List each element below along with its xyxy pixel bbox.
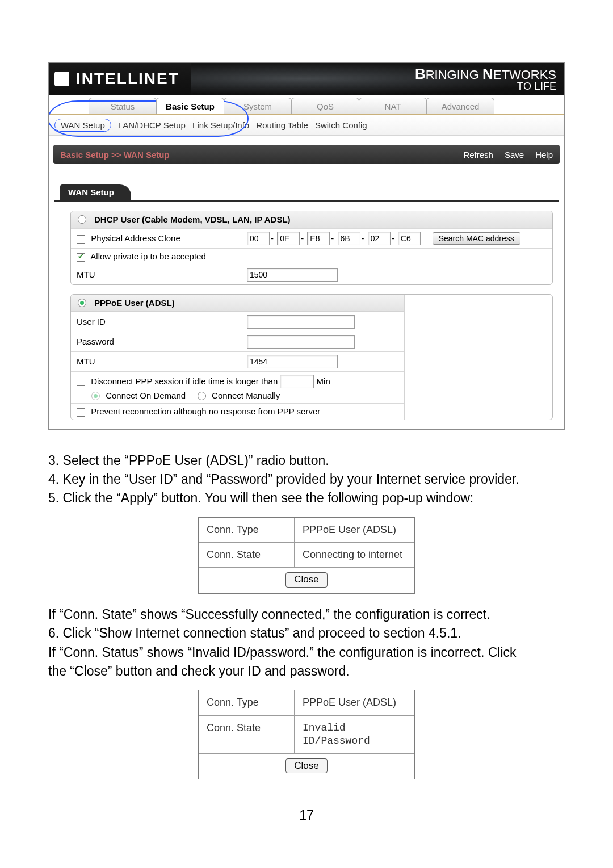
router-admin-screenshot: ✔ INTELLINET BRINGING NETWORKS TO LIFE S… bbox=[48, 62, 565, 430]
logo-check-icon: ✔ bbox=[54, 72, 69, 86]
popup1-connstate-value: Connecting to internet bbox=[295, 543, 414, 568]
popup-invalid: Conn. Type PPPoE User (ADSL) Conn. State… bbox=[198, 690, 415, 779]
dhcp-mtu-input[interactable] bbox=[247, 268, 338, 282]
tab-nat[interactable]: NAT bbox=[359, 98, 427, 114]
note-invalid-a: If “Conn. Status” shows “Invalid ID/pass… bbox=[48, 644, 565, 661]
subnav-routing[interactable]: Routing Table bbox=[256, 120, 308, 130]
connect-on-demand-label: Connect On Demand bbox=[106, 391, 186, 400]
tab-system[interactable]: System bbox=[224, 98, 292, 114]
popup2-connstate-value: Invalid ID/Password bbox=[295, 716, 414, 754]
pppoe-user-box: PPPoE User (ADSL) User ID Password MTU bbox=[70, 294, 553, 420]
disconnect-idle-unit: Min bbox=[317, 376, 330, 386]
pppoe-mtu-input[interactable] bbox=[247, 355, 338, 368]
connect-manually-radio[interactable] bbox=[198, 392, 206, 400]
help-button[interactable]: Help bbox=[535, 150, 553, 160]
physical-address-clone-label: Physical Address Clone bbox=[91, 233, 180, 243]
mac-1[interactable] bbox=[277, 232, 300, 245]
connect-manually-label: Connect Manually bbox=[212, 391, 280, 400]
sub-nav: WAN Setup LAN/DHCP Setup Link Setup/Info… bbox=[49, 115, 564, 136]
tab-basic-setup[interactable]: Basic Setup bbox=[156, 98, 224, 114]
popup2-conntype-value: PPPoE User (ADSL) bbox=[295, 690, 414, 715]
allow-private-ip-check[interactable] bbox=[77, 253, 85, 262]
breadcrumb: Basic Setup >> WAN Setup bbox=[60, 150, 170, 160]
step-3: 3. Select the “PPPoE User (ADSL)” radio … bbox=[48, 452, 565, 469]
dhcp-user-box: DHCP User (Cable Modem, VDSL, LAN, IP AD… bbox=[70, 211, 553, 285]
brand-logo: ✔ INTELLINET bbox=[49, 70, 179, 88]
popup1-close-button[interactable]: Close bbox=[285, 572, 327, 588]
banner: ✔ INTELLINET BRINGING NETWORKS TO LIFE bbox=[49, 63, 564, 95]
pppoe-password-label: Password bbox=[71, 332, 241, 351]
pppoe-userid-label: User ID bbox=[71, 312, 241, 332]
dhcp-user-radio[interactable] bbox=[78, 215, 86, 224]
dhcp-mtu-label: MTU bbox=[71, 265, 241, 284]
subnav-lan-dhcp[interactable]: LAN/DHCP Setup bbox=[118, 120, 186, 130]
popup1-conntype-value: PPPoE User (ADSL) bbox=[295, 518, 414, 543]
breadcrumb-bar: Basic Setup >> WAN Setup Refresh Save He… bbox=[53, 145, 560, 164]
pppoe-user-title: PPPoE User (ADSL) bbox=[94, 298, 175, 308]
popup1-connstate-label: Conn. State bbox=[199, 543, 295, 568]
subnav-wan-setup[interactable]: WAN Setup bbox=[54, 119, 111, 132]
step-5: 5. Click the “Apply” button. You will th… bbox=[48, 490, 565, 506]
popup-connecting: Conn. Type PPPoE User (ADSL) Conn. State… bbox=[198, 517, 415, 594]
tab-advanced[interactable]: Advanced bbox=[426, 98, 494, 114]
mac-3[interactable] bbox=[338, 232, 360, 245]
popup2-close-button[interactable]: Close bbox=[285, 758, 327, 774]
popup2-connstate-label: Conn. State bbox=[199, 716, 295, 754]
pppoe-mtu-label: MTU bbox=[71, 351, 241, 371]
brand-slogan: BRINGING NETWORKS TO LIFE bbox=[415, 66, 556, 91]
page-number: 17 bbox=[48, 808, 565, 823]
prevent-reconnection-label: Prevent reconnection although no respons… bbox=[91, 406, 320, 416]
main-tab-bar: Status Basic Setup System QoS NAT Advanc… bbox=[49, 95, 564, 115]
pppoe-userid-input[interactable] bbox=[247, 315, 355, 329]
mac-2[interactable] bbox=[307, 232, 330, 245]
disconnect-idle-label: Disconnect PPP session if idle time is l… bbox=[91, 376, 278, 386]
mac-5[interactable] bbox=[398, 232, 421, 245]
tab-qos[interactable]: QoS bbox=[291, 98, 359, 114]
physical-address-clone-check[interactable] bbox=[77, 235, 85, 244]
disconnect-idle-check[interactable] bbox=[77, 378, 85, 386]
allow-private-ip-label: Allow private ip to be accepted bbox=[90, 251, 205, 261]
prevent-reconnection-check[interactable] bbox=[77, 408, 85, 417]
pppoe-password-input[interactable] bbox=[247, 335, 355, 349]
pppoe-user-radio[interactable] bbox=[78, 299, 86, 307]
mac-4[interactable] bbox=[368, 232, 391, 245]
search-mac-button[interactable]: Search MAC address bbox=[433, 232, 520, 245]
disconnect-idle-input[interactable] bbox=[280, 375, 314, 388]
save-button[interactable]: Save bbox=[505, 150, 524, 160]
note-invalid-b: the “Close” button and check your ID and… bbox=[48, 663, 565, 680]
step-6: 6. Click “Show Internet connection statu… bbox=[48, 625, 565, 641]
step-4: 4. Key in the “User ID” and “Password” p… bbox=[48, 471, 565, 488]
brand-name: INTELLINET bbox=[76, 70, 179, 88]
subnav-switch[interactable]: Switch Config bbox=[315, 120, 367, 130]
note-success: If “Conn. State” shows “Successfully con… bbox=[48, 606, 565, 623]
dhcp-user-title: DHCP User (Cable Modem, VDSL, LAN, IP AD… bbox=[94, 215, 291, 224]
subnav-link-setup[interactable]: Link Setup/Info bbox=[192, 120, 249, 130]
refresh-button[interactable]: Refresh bbox=[463, 150, 493, 160]
popup2-conntype-label: Conn. Type bbox=[199, 690, 295, 715]
mac-0[interactable] bbox=[247, 232, 270, 245]
connect-on-demand-radio[interactable] bbox=[91, 392, 100, 400]
instruction-text: 3. Select the “PPPoE User (ADSL)” radio … bbox=[48, 452, 565, 780]
popup1-conntype-label: Conn. Type bbox=[199, 518, 295, 543]
tab-status[interactable]: Status bbox=[89, 98, 157, 114]
section-title: WAN Setup bbox=[60, 184, 131, 200]
